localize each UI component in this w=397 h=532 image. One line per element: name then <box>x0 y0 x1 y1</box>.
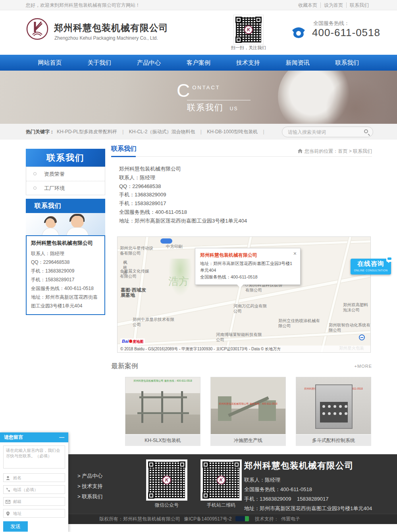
map-label: 郑州双高塑料泡沫公司 <box>343 302 371 313</box>
contact-line: 手机：13683829009 <box>31 267 100 275</box>
keyword-link[interactable]: KH-CL-2（振动式）混合物料包 <box>129 129 195 134</box>
case-watermark: 郑州科慧包装机械有限公司 服务热线：400-611-0518 <box>129 379 196 383</box>
baidu-logo-text: Bai <box>122 339 129 344</box>
mobile-qr-caption: 手机站二维码 <box>200 502 242 509</box>
page-banner: C ONTACT 联系我们 US <box>0 71 397 124</box>
welcome-text: 您好，欢迎来到郑州科慧包装机械有限公司官方网站！ <box>26 0 140 10</box>
banner-title: C ONTACT 联系我们 US <box>177 82 251 113</box>
icp-link[interactable]: 豫ICP备14009517号-2 <box>184 516 231 522</box>
case-caption: 多斗式配料控制系统 <box>296 435 371 446</box>
map-info-popup: 郑州科慧包装机械有限公司 地址：郑州市高新区莲花西街嘉图工业园3号楼1单元404… <box>195 248 301 285</box>
keyword-link[interactable]: KH-PD-PL型多路皮带配料秤 <box>57 129 117 134</box>
breadcrumb-home-link[interactable]: 首页 <box>338 148 347 154</box>
mobile-qr-code: K <box>200 459 242 501</box>
cases-title: 最新案例 <box>111 361 138 371</box>
contact-details: 郑州科慧包装机械有限公司 联系人：陈经理 QQ：2296468538 手机：13… <box>119 165 247 225</box>
bullet-circle-icon <box>33 172 37 175</box>
consult-subtext: ONLINE CONSULTATION <box>351 269 391 272</box>
name-field[interactable] <box>3 473 65 482</box>
popup-hotline: 全国服务热线：400-611-0518 <box>200 274 295 280</box>
contact-line: 手机：15838289017 <box>31 275 100 284</box>
banner-title-cn: 联系我们 <box>187 103 224 112</box>
location-icon <box>6 511 10 515</box>
case-card[interactable]: 郑州科慧包装机械有限公司 服务热线：400-611-0518 KH-SLX型包装… <box>125 377 200 446</box>
banner-letter: C <box>177 82 190 99</box>
case-caption: 冲施肥生产线 <box>210 435 286 446</box>
close-icon[interactable]: × <box>293 250 297 257</box>
banner-word: ONTACT <box>192 85 220 90</box>
contact-company: 郑州科慧包装机械有限公司 <box>31 240 100 247</box>
support-link[interactable]: 伟置电子 <box>281 516 300 522</box>
case-image: 郑州科慧包装机械有限公司 服务热线：400-611-0518 <box>210 377 286 434</box>
case-card[interactable]: 郑州科慧包装机械有限公司 服务热线：400-611-0518 冲施肥生产线 <box>210 377 286 446</box>
home-icon <box>298 149 303 154</box>
footer-contact: 郑州科慧包装机械有限公司 联系人：陈经理 全国服务热线：400-611-0518… <box>244 460 372 513</box>
sidebar-item-factory[interactable]: 工厂环境 <box>26 181 105 195</box>
chat-icon <box>386 256 393 262</box>
banner-divider <box>187 100 251 100</box>
sidebar-item-label: 资质荣誉 <box>44 171 65 177</box>
breadcrumb-prefix: 您当前的位置： <box>304 148 338 154</box>
address-field[interactable] <box>3 509 65 518</box>
map-label: 郑州北斗星传动设备有限公司 <box>120 246 156 256</box>
footer-company: 郑州科慧包装机械有限公司 <box>244 460 372 472</box>
baidu-paw-icon <box>129 340 132 343</box>
footer-link-support[interactable]: > 技术支持 <box>77 481 102 492</box>
search-input[interactable] <box>288 127 359 136</box>
title-underline <box>111 156 136 157</box>
contact-line: QQ：2296468538 <box>119 182 247 191</box>
contact-line: 联系人：陈经理 <box>31 249 100 258</box>
map-label: 郑州立佳热喷涂机械有限公司 <box>278 318 322 328</box>
footer-links: > 产品中心 > 技术支持 > 联系我们 <box>77 471 102 502</box>
wechat-qr-code: K <box>146 459 187 501</box>
breadcrumb: 您当前的位置：首页 > 联系我们 <box>298 148 372 155</box>
keyword-separator: ｜ <box>121 129 125 134</box>
main-content: 联系我们 您当前的位置：首页 > 联系我们 郑州科慧包装机械有限公司 联系人：陈… <box>111 145 372 157</box>
set-homepage-link[interactable]: 设为首页 <box>320 2 346 8</box>
map-label: 中方印刷 <box>166 244 183 249</box>
keywords-bar: 热门关键字： KH-PD-PL型多路皮带配料秤｜KH-CL-2（振动式）混合物料… <box>0 124 397 140</box>
more-link[interactable]: +MORE <box>355 364 372 369</box>
nav-item-products[interactable]: 产品中心 <box>124 55 174 71</box>
contact-line: 全国服务热线：400-611-0518 <box>119 208 247 217</box>
banner-suffix: US <box>230 106 238 111</box>
bookmark-link[interactable]: 收藏本页 <box>295 2 320 8</box>
baidu-map[interactable]: 浩方 郑州北斗星传动设备有限公司 中方印刷 枫林路 金雅晨文化传媒有限公司 嘉图… <box>117 236 371 353</box>
nav-item-contact[interactable]: 联系我们 <box>322 55 372 71</box>
sidebar-contact-card: 郑州科慧包装机械有限公司 联系人：陈经理 QQ：2296468538 手机：13… <box>26 235 105 315</box>
map-label: 金雅晨文化传媒有限公司 <box>120 269 152 279</box>
send-button[interactable]: 发送 <box>3 521 28 532</box>
nav-item-home[interactable]: 网站首页 <box>25 55 75 71</box>
phone-field[interactable] <box>3 485 65 494</box>
footer-line: 全国服务热线：400-611-0518 <box>244 485 372 494</box>
minimize-icon[interactable]: — <box>59 432 64 442</box>
case-card[interactable]: 郑州科慧包装机械有限公司 服务热线：400-611-0518 多斗式配料控制系统 <box>296 377 371 446</box>
map-label: 郑州联智自动化系统有限公司 <box>329 323 370 333</box>
support-label: 技术支持： <box>255 516 279 522</box>
site-header: 郑州科慧包装机械有限公司 Zhengzhou Kehui Packaging M… <box>0 11 397 55</box>
topbar-links: 收藏本页设为首页联系我们 <box>295 0 372 10</box>
breadcrumb-separator: > <box>349 148 352 154</box>
case-caption: KH-SLX型包装机 <box>125 435 200 446</box>
email-field[interactable] <box>3 497 65 506</box>
nav-item-about[interactable]: 关于我们 <box>75 55 124 71</box>
qr-caption: 扫一扫，关注我们 <box>229 45 268 51</box>
sidebar-item-honors[interactable]: 资质荣誉 <box>26 167 105 181</box>
keywords-label: 热门关键字： <box>26 124 54 140</box>
page-title: 联系我们 <box>111 145 137 153</box>
keyword-link[interactable]: KH-DB-1000型吨包装机 <box>207 129 258 134</box>
nav-item-cases[interactable]: 客户案例 <box>174 55 224 71</box>
message-textarea[interactable] <box>3 446 65 469</box>
widget-header: 请您留言 — <box>0 432 68 442</box>
top-bar: 您好，欢迎来到郑州科慧包装机械有限公司官方网站！ 收藏本页设为首页联系我们 <box>0 0 397 10</box>
online-consult-button[interactable]: 在线咨询 ONLINE CONSULTATION <box>351 259 391 275</box>
search-icon[interactable] <box>364 129 368 133</box>
case-image: 郑州科慧包装机械有限公司 服务热线：400-611-0518 <box>296 377 371 434</box>
footer-link-products[interactable]: > 产品中心 <box>77 471 102 481</box>
sidebar: 联系我们 资质荣誉 工厂环境 联系我们 郑州科慧包装机械有限公司 联系人：陈经理… <box>26 149 105 315</box>
nav-item-support[interactable]: 技术支持 <box>223 55 273 71</box>
map-label: 郑州中原显示技术有限公司 <box>133 317 176 327</box>
contact-link[interactable]: 联系我们 <box>346 2 372 8</box>
footer-link-contact[interactable]: > 联系我们 <box>77 492 102 502</box>
nav-item-news[interactable]: 新闻资讯 <box>273 55 322 71</box>
